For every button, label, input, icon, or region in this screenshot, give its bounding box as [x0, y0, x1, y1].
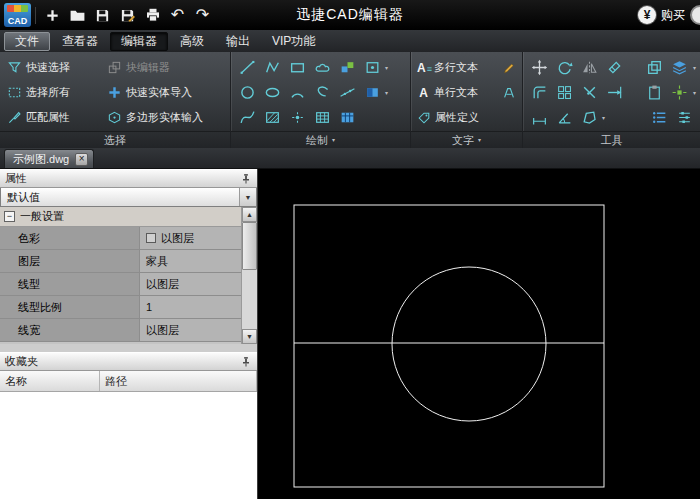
list-tool-button[interactable]: [647, 106, 671, 130]
extend-tool-button[interactable]: [602, 81, 626, 105]
point-tool-button[interactable]: [285, 106, 309, 130]
property-value[interactable]: 1: [140, 296, 241, 318]
property-grid-scrollbar[interactable]: ▲ ▼: [241, 207, 257, 344]
hatch-tool-button[interactable]: [260, 106, 284, 130]
distance-tool-button[interactable]: [527, 106, 551, 130]
region-tool-button[interactable]: [360, 56, 384, 80]
area-tool-button[interactable]: [577, 106, 601, 130]
wipeout-tool-button[interactable]: [335, 106, 359, 130]
print-button[interactable]: [140, 3, 165, 27]
arc-tool-button[interactable]: [285, 81, 309, 105]
offset-tool-button[interactable]: [527, 81, 551, 105]
scrollbar-thumb[interactable]: [242, 222, 257, 270]
rectangle-tool-button[interactable]: [285, 56, 309, 80]
property-value[interactable]: 家具: [140, 250, 241, 272]
scroll-down-button[interactable]: ▼: [242, 329, 257, 344]
select-all-button[interactable]: 选择所有: [4, 84, 104, 101]
ellipse-tool-button[interactable]: [260, 81, 284, 105]
buy-coin-icon[interactable]: ¥: [638, 6, 656, 24]
favorites-list[interactable]: [0, 392, 257, 499]
save-button[interactable]: [90, 3, 115, 27]
panel-splitter[interactable]: [0, 344, 257, 352]
rotate-tool-button[interactable]: [552, 56, 576, 80]
close-tab-button[interactable]: ×: [75, 153, 88, 166]
tab-advanced[interactable]: 高级: [170, 32, 214, 51]
account-icon[interactable]: [690, 5, 700, 25]
edit-text-button[interactable]: [500, 58, 518, 78]
drawing-rectangle[interactable]: [294, 205, 604, 487]
mirror-tool-button[interactable]: [577, 56, 601, 80]
table-tool-button[interactable]: [310, 106, 334, 130]
tools-more-dropdown[interactable]: ▾: [693, 65, 696, 71]
collapse-icon[interactable]: −: [4, 211, 15, 222]
ellipse-arc-tool-button[interactable]: [310, 81, 334, 105]
tab-viewer[interactable]: 查看器: [52, 32, 108, 51]
tab-output[interactable]: 输出: [216, 32, 260, 51]
block-editor-label: 块编辑器: [126, 60, 170, 75]
column-header-name[interactable]: 名称: [0, 371, 100, 391]
construction-line-tool-button[interactable]: [335, 81, 359, 105]
attribute-define-button[interactable]: 属性定义: [415, 109, 481, 126]
undo-button[interactable]: ↶: [165, 3, 190, 27]
property-section-general[interactable]: − 一般设置: [0, 207, 241, 227]
buy-button[interactable]: 购买: [661, 7, 685, 24]
circle-tool-button[interactable]: [235, 81, 259, 105]
drawing-circle[interactable]: [392, 267, 546, 421]
new-file-button[interactable]: [40, 3, 65, 27]
single-text-button[interactable]: 单行文本: [415, 84, 480, 101]
measure-dropdown[interactable]: ▾: [602, 115, 605, 121]
copy-tool-button[interactable]: [643, 56, 667, 80]
scroll-up-button[interactable]: ▲: [242, 207, 257, 222]
match-properties-button[interactable]: 匹配属性: [4, 109, 104, 126]
pin-icon[interactable]: [240, 356, 252, 368]
property-row-layer[interactable]: 图层 家具: [0, 250, 241, 273]
mtext-label: 多行文本: [434, 60, 478, 75]
color-checkbox[interactable]: [146, 233, 156, 243]
draw-more2-dropdown[interactable]: ▾: [385, 90, 388, 96]
tab-file[interactable]: 文件: [4, 32, 50, 51]
drawing-canvas[interactable]: [258, 169, 700, 499]
property-value[interactable]: 以图层: [140, 227, 241, 249]
property-value[interactable]: 以图层: [140, 319, 241, 341]
revision-cloud-tool-button[interactable]: [310, 56, 334, 80]
document-tab[interactable]: 示例图.dwg ×: [4, 149, 94, 168]
polyline-tool-button[interactable]: [260, 56, 284, 80]
chevron-down-icon[interactable]: ▼: [239, 188, 256, 206]
pin-icon[interactable]: [240, 173, 252, 185]
property-value[interactable]: 以图层: [140, 273, 241, 295]
erase-tool-button[interactable]: [602, 56, 626, 80]
quick-select-button[interactable]: 快速选择: [4, 59, 104, 76]
move-tool-button[interactable]: [527, 56, 551, 80]
text-style-button[interactable]: [500, 83, 518, 103]
column-header-path[interactable]: 路径: [100, 371, 257, 391]
tools-more2-dropdown[interactable]: ▾: [693, 90, 696, 96]
save-as-button[interactable]: [115, 3, 140, 27]
paste-tool-button[interactable]: [643, 81, 667, 105]
open-file-button[interactable]: [65, 3, 90, 27]
settings-tool-button[interactable]: [672, 106, 696, 130]
draw-group-dialog-launcher[interactable]: ▾: [332, 137, 335, 143]
property-row-color[interactable]: 色彩 以图层: [0, 227, 241, 250]
draw-more-dropdown[interactable]: ▾: [385, 65, 388, 71]
property-row-lineweight[interactable]: 线宽 以图层: [0, 319, 241, 342]
layers-tool-button[interactable]: [668, 56, 692, 80]
property-row-linetype-scale[interactable]: 线型比例 1: [0, 296, 241, 319]
property-preset-select[interactable]: 默认值 ▼: [0, 188, 257, 207]
text-group-dialog-launcher[interactable]: ▾: [478, 137, 481, 143]
gradient-tool-button[interactable]: [360, 81, 384, 105]
point-icon: [289, 109, 306, 126]
property-row-linetype[interactable]: 线型 以图层: [0, 273, 241, 296]
trim-tool-button[interactable]: [577, 81, 601, 105]
quick-entity-import-button[interactable]: 快速实体导入: [104, 84, 226, 101]
angle-tool-button[interactable]: [552, 106, 576, 130]
explode-tool-button[interactable]: [668, 81, 692, 105]
redo-button[interactable]: ↷: [190, 3, 215, 27]
mtext-button[interactable]: 多行文本: [415, 59, 480, 76]
line-tool-button[interactable]: [235, 56, 259, 80]
polygon-entity-input-button[interactable]: 多边形实体输入: [104, 109, 226, 126]
insert-block-tool-button[interactable]: [335, 56, 359, 80]
array-tool-button[interactable]: [552, 81, 576, 105]
spline-tool-button[interactable]: [235, 106, 259, 130]
tab-vip[interactable]: VIP功能: [262, 32, 325, 51]
tab-editor[interactable]: 编辑器: [110, 32, 168, 51]
